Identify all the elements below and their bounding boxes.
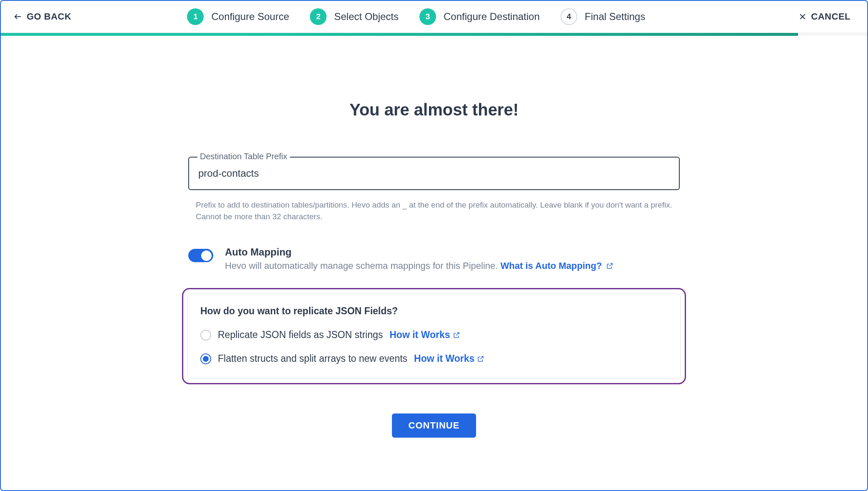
step-number: 3 [419,8,436,25]
header: GO BACK 1 Configure Source 2 Select Obje… [1,1,867,33]
prefix-label: Destination Table Prefix [197,152,290,161]
cancel-button[interactable]: CANCEL [798,11,851,22]
step-configure-destination[interactable]: 3 Configure Destination [419,8,540,25]
radio-label: Flatten structs and split arrays to new … [218,353,407,364]
step-number: 1 [187,8,204,25]
close-icon [798,13,807,21]
step-label: Select Objects [334,11,399,23]
radio-button[interactable] [200,330,211,341]
auto-mapping-desc: Hevo will automatically manage schema ma… [225,261,614,271]
step-number: 2 [310,8,327,25]
json-replication-panel: How do you want to replicate JSON Fields… [182,288,686,384]
external-link-icon [453,331,460,339]
auto-mapping-link[interactable]: What is Auto Mapping? [501,261,614,271]
progress-bar [1,33,867,36]
footer: CONTINUE [392,384,476,458]
prefix-helper: Prefix to add to destination tables/part… [188,195,680,222]
toggle-knob [201,251,212,261]
prefix-field-group: Destination Table Prefix [188,157,680,190]
json-option-flatten[interactable]: Flatten structs and split arrays to new … [200,353,668,364]
auto-mapping-toggle[interactable] [188,249,213,262]
step-configure-source[interactable]: 1 Configure Source [187,8,289,25]
progress-fill [1,33,798,36]
page-title: You are almost there! [349,100,519,119]
step-number: 4 [561,8,577,25]
how-it-works-link[interactable]: How it Works [389,329,460,341]
continue-button[interactable]: CONTINUE [392,413,476,438]
radio-button[interactable] [200,353,211,364]
step-label: Final Settings [585,11,645,23]
external-link-icon [477,355,484,363]
step-select-objects[interactable]: 2 Select Objects [310,8,399,25]
prefix-input[interactable] [188,157,680,190]
external-link-icon [606,262,614,270]
json-option-strings[interactable]: Replicate JSON fields as JSON strings Ho… [200,329,668,341]
step-label: Configure Source [211,11,289,23]
step-label: Configure Destination [444,11,540,23]
how-it-works-link[interactable]: How it Works [414,353,484,364]
step-final-settings[interactable]: 4 Final Settings [561,8,645,25]
arrow-left-icon [13,12,22,21]
stepper: 1 Configure Source 2 Select Objects 3 Co… [46,8,786,25]
radio-label: Replicate JSON fields as JSON strings [218,329,383,341]
auto-mapping-row: Auto Mapping Hevo will automatically man… [188,246,680,271]
cancel-label: CANCEL [811,11,851,22]
main-content: You are almost there! Destination Table … [1,36,867,490]
json-panel-title: How do you want to replicate JSON Fields… [200,306,668,317]
auto-mapping-title: Auto Mapping [225,246,614,258]
